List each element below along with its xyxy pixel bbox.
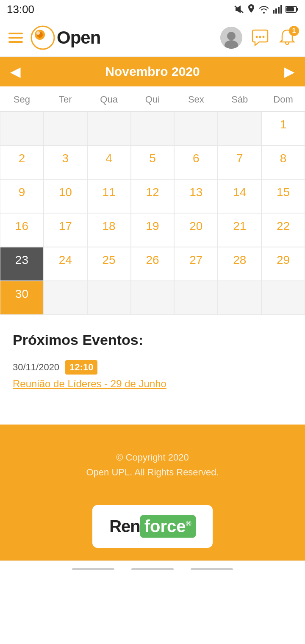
svg-point-19 — [263, 36, 265, 38]
cal-day-20[interactable]: 20 — [174, 213, 218, 247]
calendar: Seg Ter Qua Qui Sex Sáb Dom 1 2 3 4 5 6 … — [0, 86, 305, 315]
svg-rect-3 — [273, 10, 274, 14]
renforce-text: Ren — [109, 517, 140, 536]
status-icons — [234, 4, 298, 14]
renforce-reg: ® — [186, 519, 191, 528]
bottom-bar — [0, 561, 305, 577]
wifi-icon — [258, 5, 269, 14]
calendar-nav: ◀ Novembro 2020 ▶ — [0, 57, 305, 86]
cal-day-24[interactable]: 24 — [44, 247, 87, 281]
cal-day-3[interactable]: 3 — [44, 145, 87, 179]
calendar-header: Seg Ter Qua Qui Sex Sáb Dom — [0, 86, 305, 111]
notification-button[interactable]: 1 — [278, 28, 297, 47]
svg-rect-4 — [275, 8, 277, 14]
cal-day-27[interactable]: 27 — [174, 247, 218, 281]
prev-month-button[interactable]: ◀ — [10, 64, 21, 80]
events-title: Próximos Eventos: — [13, 332, 292, 348]
cal-day-16[interactable]: 16 — [0, 213, 44, 247]
svg-rect-5 — [278, 7, 280, 14]
cal-day-4[interactable]: 4 — [87, 145, 131, 179]
logo-text: Open — [57, 28, 100, 48]
app-header: Open 1 — [0, 19, 305, 57]
cal-day-12[interactable]: 12 — [131, 179, 175, 213]
mute-icon — [234, 5, 244, 14]
cal-day-empty-8 — [87, 281, 131, 315]
header-right: 1 — [220, 27, 297, 49]
cal-day-22[interactable]: 22 — [261, 213, 305, 247]
event-link[interactable]: Reunião de Líderes - 29 de Junho — [13, 378, 292, 390]
cal-day-5[interactable]: 5 — [131, 145, 175, 179]
cal-day-17[interactable]: 17 — [44, 213, 87, 247]
weekday-ter: Ter — [44, 86, 87, 111]
bottom-indicator-1 — [72, 568, 114, 570]
battery-icon — [286, 6, 298, 13]
cal-day-1[interactable]: 1 — [261, 111, 305, 145]
cal-day-8[interactable]: 8 — [261, 145, 305, 179]
cal-day-15[interactable]: 15 — [261, 179, 305, 213]
status-bar: 13:00 — [0, 0, 305, 19]
app-logo: Open — [30, 25, 100, 50]
bottom-indicator-2 — [131, 568, 174, 570]
event-item-1: 30/11/2020 12:10 Reunião de Líderes - 29… — [13, 360, 292, 390]
footer-copyright: © Copyright 2020 Open UPL. All Rights Re… — [8, 450, 297, 480]
svg-point-15 — [227, 32, 236, 40]
cal-day-empty-1 — [0, 111, 44, 145]
weekday-sab: Sáb — [218, 86, 261, 111]
events-section: Próximos Eventos: 30/11/2020 12:10 Reuni… — [0, 315, 305, 408]
svg-point-17 — [256, 36, 258, 38]
cal-day-empty-4 — [131, 111, 175, 145]
cal-day-13[interactable]: 13 — [174, 179, 218, 213]
cal-day-29[interactable]: 29 — [261, 247, 305, 281]
cal-day-empty-11 — [218, 281, 261, 315]
weekday-qui: Qui — [131, 86, 175, 111]
cal-day-26[interactable]: 26 — [131, 247, 175, 281]
cal-day-empty-12 — [261, 281, 305, 315]
event-meta: 30/11/2020 12:10 — [13, 360, 292, 375]
footer-copyright-line2: Open UPL. All Rights Reserved. — [8, 465, 297, 480]
avatar[interactable] — [220, 27, 242, 49]
cal-day-28[interactable]: 28 — [218, 247, 261, 281]
cal-day-23[interactable]: 23 — [0, 247, 44, 281]
renforce-green: force® — [140, 515, 196, 538]
cal-day-25[interactable]: 25 — [87, 247, 131, 281]
bottom-indicator-3 — [191, 568, 233, 570]
cal-day-empty-2 — [44, 111, 87, 145]
logo-icon — [30, 25, 55, 50]
calendar-body: 1 2 3 4 5 6 7 8 9 10 11 12 13 14 15 16 1… — [0, 111, 305, 315]
svg-point-13 — [36, 31, 40, 35]
cal-day-9[interactable]: 9 — [0, 179, 44, 213]
calendar-month-title: Novembro 2020 — [105, 64, 200, 79]
cal-day-21[interactable]: 21 — [218, 213, 261, 247]
cal-day-19[interactable]: 19 — [131, 213, 175, 247]
weekday-seg: Seg — [0, 86, 44, 111]
cal-day-18[interactable]: 18 — [87, 213, 131, 247]
chat-button[interactable] — [251, 28, 269, 47]
svg-rect-6 — [280, 5, 282, 14]
cal-day-empty-10 — [174, 281, 218, 315]
next-month-button[interactable]: ▶ — [284, 64, 295, 80]
status-time: 13:00 — [7, 3, 34, 16]
svg-rect-9 — [286, 7, 294, 11]
cal-day-2[interactable]: 2 — [0, 145, 44, 179]
cal-day-6[interactable]: 6 — [174, 145, 218, 179]
signal-icon — [273, 5, 282, 14]
hamburger-menu[interactable] — [8, 33, 23, 43]
cal-day-11[interactable]: 11 — [87, 179, 131, 213]
cal-day-empty-3 — [87, 111, 131, 145]
cal-day-empty-6 — [218, 111, 261, 145]
svg-rect-8 — [297, 8, 298, 11]
weekday-sex: Sex — [174, 86, 218, 111]
cal-day-14[interactable]: 14 — [218, 179, 261, 213]
cal-day-10[interactable]: 10 — [44, 179, 87, 213]
footer-copyright-line1: © Copyright 2020 — [8, 450, 297, 465]
header-left: Open — [8, 25, 100, 50]
cal-day-30[interactable]: 30 — [0, 281, 44, 315]
notification-badge: 1 — [289, 26, 299, 36]
weekday-qua: Qua — [87, 86, 131, 111]
cal-day-empty-7 — [44, 281, 87, 315]
weekday-dom: Dom — [261, 86, 305, 111]
svg-rect-1 — [236, 8, 237, 11]
footer: © Copyright 2020 Open UPL. All Rights Re… — [0, 425, 305, 561]
cal-day-7[interactable]: 7 — [218, 145, 261, 179]
event-time-badge: 12:10 — [65, 360, 97, 375]
